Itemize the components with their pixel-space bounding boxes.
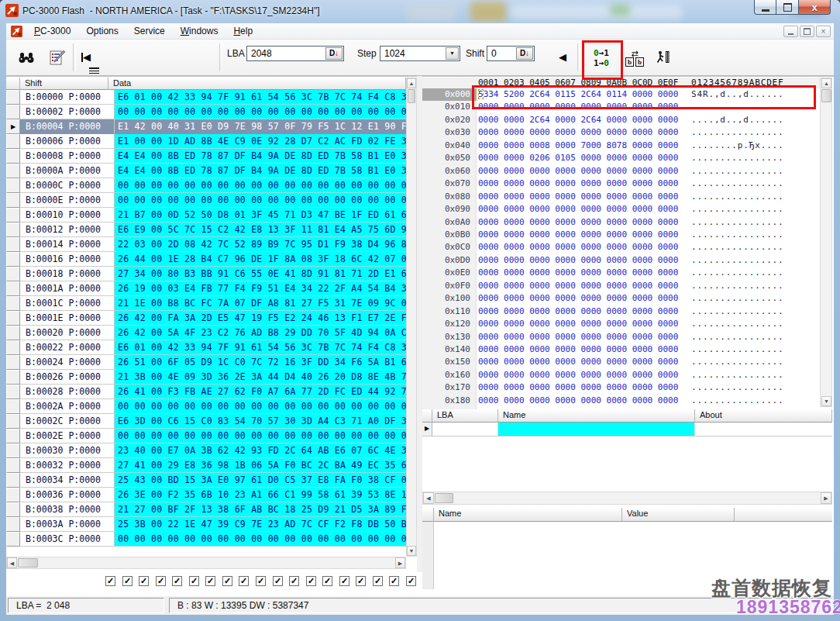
hex-viewer[interactable]: 0x0005334 5200 2C64 0115 2C64 0114 0000 … [422,88,820,409]
table-row[interactable]: B:00022 P:0000E6 01 00 42 33 94 7F 91 61… [6,340,406,355]
row-header[interactable] [6,223,20,237]
data-column-checkbox[interactable] [122,576,133,586]
hex-row[interactable]: 0x0500000 0000 0206 0105 0000 0000 0000 … [422,152,820,165]
table-row[interactable]: B:00012 P:0000E6 E9 00 5C 7C 15 C2 42 E8… [6,223,406,237]
row-header[interactable] [6,399,20,414]
chevron-down-icon[interactable] [446,47,459,60]
hex-row[interactable]: 0x1800000 0000 0000 0000 0000 0000 0000 … [422,395,820,408]
edit-parameters-button[interactable] [45,44,70,71]
column-header-nv-value[interactable]: Value [622,508,735,522]
row-header[interactable] [6,237,20,252]
hex-row[interactable]: 0x0800000 0000 0000 0000 0000 0000 0000 … [422,191,820,204]
menu-item-pc-3000[interactable]: PC-3000 [26,24,78,39]
scroll-down-button[interactable] [821,396,831,406]
data-column-checkbox[interactable] [139,576,149,586]
scroll-left-button[interactable] [423,492,434,504]
table-row[interactable]: B:00026 P:000021 3B 00 4E 09 3D 36 2E 3A… [6,370,406,385]
row-header[interactable] [6,134,20,149]
row-header[interactable] [6,208,20,223]
panel-splitter[interactable] [417,76,422,572]
table-row[interactable]: B:00016 P:000026 44 00 1E 28 B4 C7 96 DE… [6,252,406,267]
minimize-button[interactable] [754,0,776,15]
table-row[interactable]: B:00032 P:000027 41 00 29 E8 36 98 1B 06… [6,458,406,473]
column-header-nv-name[interactable]: Name [434,508,622,522]
shift-input[interactable]: 0 D↓ [487,46,535,61]
table-row[interactable]: B:00002 P:000000 00 00 00 00 00 00 00 00… [6,105,406,119]
table-row[interactable]: B:00024 P:000026 51 00 6F 05 D9 1C C0 7C… [6,355,406,370]
table-row[interactable]: B:0002E P:000000 00 00 00 00 00 00 00 00… [6,429,406,443]
data-column-checkbox[interactable] [289,576,299,586]
table-row[interactable]: B:00000 P:0000E6 01 00 42 33 94 7F 91 61… [6,90,406,105]
row-header[interactable] [6,119,20,134]
row-header[interactable] [6,370,20,385]
table-row[interactable]: B:00010 P:000021 B7 00 0D 52 50 D8 01 3F… [6,208,406,223]
scroll-left-button[interactable] [7,557,17,568]
scroll-thumb[interactable] [408,89,415,103]
table-row[interactable]: B:0001E P:000026 42 00 FA 3A 2D E5 47 19… [6,311,406,326]
table-row[interactable]: B:0002C P:0000E6 3D 00 C6 15 C0 83 54 70… [6,414,406,429]
table-row[interactable]: B:0001A P:000026 19 00 03 E4 FB 77 F4 F9… [6,281,406,296]
row-header[interactable] [6,414,20,429]
hex-row[interactable]: 0x1500000 0000 0000 0000 0000 0000 0000 … [422,356,820,369]
data-column-checkbox[interactable] [322,576,332,586]
data-column-checkbox[interactable] [389,576,399,586]
row-header[interactable] [6,281,20,296]
column-header-about[interactable]: About [695,409,832,423]
mdi-close-button[interactable]: × [816,26,831,37]
lba-decimal-button[interactable]: D↓ [325,47,343,60]
row-header[interactable] [6,267,20,281]
row-header[interactable] [6,193,20,208]
table-row[interactable]: B:00034 P:000025 43 00 BD 15 3A E0 97 61… [6,473,406,488]
about-cell[interactable] [695,423,832,436]
hex-row[interactable]: 0x0F00000 0000 0000 0000 0000 0000 0000 … [422,280,820,293]
first-block-button[interactable] [74,44,98,71]
row-header[interactable] [6,355,20,370]
data-column-checkbox[interactable] [373,576,383,586]
table-row[interactable]: B:00008 P:0000E4 E4 00 8B ED 78 87 DF B4… [6,149,406,164]
table-row[interactable]: B:00006 P:0000E1 00 00 1D AD 8B 4E C9 0E… [6,134,406,149]
table-row[interactable]: B:00030 P:000023 40 00 E7 0A 3B 62 42 93… [6,443,406,458]
data-column-checkbox[interactable] [105,576,115,586]
maximize-button[interactable] [776,0,798,15]
shift-decimal-button[interactable]: D↓ [516,47,533,60]
hex-row[interactable]: 0x0A00000 0000 0000 0000 0000 0000 0000 … [422,216,820,229]
hex-row[interactable]: 0x1600000 0000 0000 0000 0000 0000 0000 … [422,369,820,382]
scroll-thumb[interactable] [435,493,453,503]
row-header[interactable] [6,90,20,105]
hex-row[interactable]: 0x1000000 0000 0000 0000 0000 0000 0000 … [422,292,820,305]
mdi-minimize-button[interactable] [783,26,798,37]
search-button[interactable] [14,44,39,71]
hex-row[interactable]: 0x1300000 0000 0000 0000 0000 0000 0000 … [422,331,820,344]
data-column-checkbox[interactable] [172,576,182,586]
hex-row[interactable]: 0x1700000 0000 0000 0000 0000 0000 0000 … [422,381,820,395]
table-row[interactable]: B:0000E P:000000 00 00 00 00 00 00 00 00… [6,193,406,208]
hex-row[interactable]: 0x0D00000 0000 0000 0000 0000 0000 0000 … [422,254,820,267]
lba-cell[interactable] [432,423,498,436]
row-header[interactable] [6,443,20,458]
hex-row[interactable]: 0x0E00000 0000 0000 0000 0000 0000 0000 … [422,267,820,280]
menu-item-service[interactable]: Service [126,24,173,39]
row-header[interactable] [6,178,20,193]
scroll-thumb[interactable] [821,89,831,102]
row-header[interactable] [6,340,20,355]
column-header-name[interactable]: Name [498,409,695,423]
table-row[interactable]: B:00020 P:000026 42 00 5A 4F 23 C2 76 AD… [6,326,406,340]
row-header[interactable] [6,488,20,502]
byte-swap-button[interactable]: b b [621,44,649,72]
step-combobox[interactable]: 1024 [380,46,460,61]
hex-row[interactable]: 0x0900000 0000 0000 0000 0000 0000 0000 … [422,203,820,216]
lba-table-hscrollbar[interactable] [422,492,832,505]
column-header-lba[interactable]: LBA [432,409,498,423]
scroll-up-button[interactable] [407,78,416,88]
table-row[interactable]: B:0001C P:000021 1E 00 B8 BC FC 7A 07 DF… [6,296,406,311]
lba-input[interactable]: 2048 D↓ [246,46,344,61]
table-row[interactable]: B:0000A P:0000E4 E4 00 8B ED 78 87 DF B4… [6,164,406,178]
table-row[interactable]: B:0003C P:000000 00 00 00 00 00 00 00 00… [6,532,406,547]
left-grid-vscrollbar[interactable] [406,78,417,557]
row-header[interactable] [6,517,20,532]
menu-item-options[interactable]: Options [78,24,126,39]
data-column-checkbox[interactable] [339,576,349,586]
row-header[interactable] [6,532,20,547]
scroll-down-button[interactable] [407,546,416,556]
row-header[interactable] [6,105,20,119]
